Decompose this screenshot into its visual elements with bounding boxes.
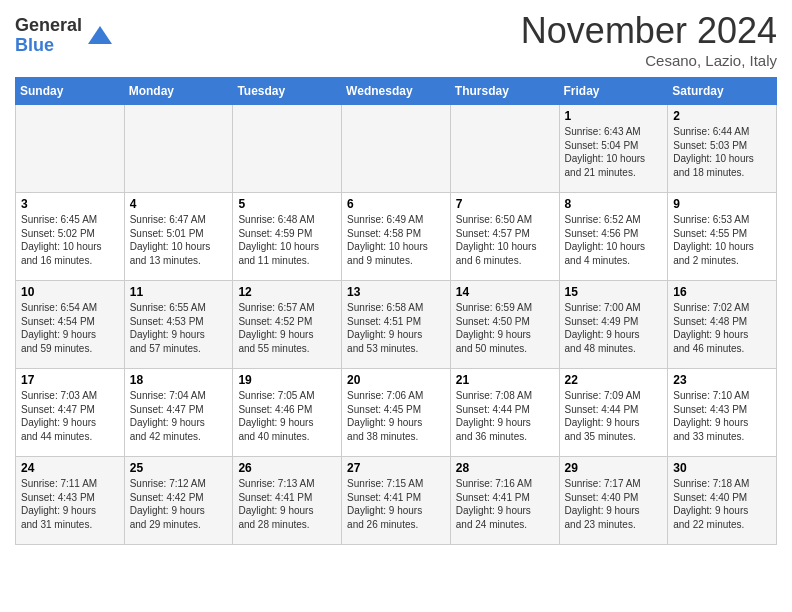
calendar-cell: 15Sunrise: 7:00 AM Sunset: 4:49 PM Dayli… xyxy=(559,281,668,369)
calendar-cell: 4Sunrise: 6:47 AM Sunset: 5:01 PM Daylig… xyxy=(124,193,233,281)
day-info: Sunrise: 7:05 AM Sunset: 4:46 PM Dayligh… xyxy=(238,389,336,443)
day-info: Sunrise: 7:06 AM Sunset: 4:45 PM Dayligh… xyxy=(347,389,445,443)
calendar-cell: 27Sunrise: 7:15 AM Sunset: 4:41 PM Dayli… xyxy=(342,457,451,545)
calendar-cell: 19Sunrise: 7:05 AM Sunset: 4:46 PM Dayli… xyxy=(233,369,342,457)
day-info: Sunrise: 6:43 AM Sunset: 5:04 PM Dayligh… xyxy=(565,125,663,179)
calendar-cell: 10Sunrise: 6:54 AM Sunset: 4:54 PM Dayli… xyxy=(16,281,125,369)
day-info: Sunrise: 6:52 AM Sunset: 4:56 PM Dayligh… xyxy=(565,213,663,267)
day-info: Sunrise: 7:00 AM Sunset: 4:49 PM Dayligh… xyxy=(565,301,663,355)
day-info: Sunrise: 6:48 AM Sunset: 4:59 PM Dayligh… xyxy=(238,213,336,267)
page-header: General Blue November 2024 Cesano, Lazio… xyxy=(15,10,777,69)
calendar-cell xyxy=(450,105,559,193)
day-info: Sunrise: 7:17 AM Sunset: 4:40 PM Dayligh… xyxy=(565,477,663,531)
calendar-cell: 18Sunrise: 7:04 AM Sunset: 4:47 PM Dayli… xyxy=(124,369,233,457)
calendar-cell: 30Sunrise: 7:18 AM Sunset: 4:40 PM Dayli… xyxy=(668,457,777,545)
calendar-cell: 22Sunrise: 7:09 AM Sunset: 4:44 PM Dayli… xyxy=(559,369,668,457)
day-info: Sunrise: 6:54 AM Sunset: 4:54 PM Dayligh… xyxy=(21,301,119,355)
logo-text: General Blue xyxy=(15,16,82,56)
day-number: 6 xyxy=(347,197,445,211)
calendar-cell: 23Sunrise: 7:10 AM Sunset: 4:43 PM Dayli… xyxy=(668,369,777,457)
day-number: 2 xyxy=(673,109,771,123)
calendar-cell: 12Sunrise: 6:57 AM Sunset: 4:52 PM Dayli… xyxy=(233,281,342,369)
day-info: Sunrise: 6:44 AM Sunset: 5:03 PM Dayligh… xyxy=(673,125,771,179)
calendar-cell: 17Sunrise: 7:03 AM Sunset: 4:47 PM Dayli… xyxy=(16,369,125,457)
day-number: 18 xyxy=(130,373,228,387)
day-number: 12 xyxy=(238,285,336,299)
header-day-friday: Friday xyxy=(559,78,668,105)
calendar-cell xyxy=(342,105,451,193)
day-number: 13 xyxy=(347,285,445,299)
day-number: 23 xyxy=(673,373,771,387)
day-info: Sunrise: 6:53 AM Sunset: 4:55 PM Dayligh… xyxy=(673,213,771,267)
calendar-cell: 6Sunrise: 6:49 AM Sunset: 4:58 PM Daylig… xyxy=(342,193,451,281)
day-info: Sunrise: 6:45 AM Sunset: 5:02 PM Dayligh… xyxy=(21,213,119,267)
calendar-cell: 21Sunrise: 7:08 AM Sunset: 4:44 PM Dayli… xyxy=(450,369,559,457)
week-row-1: 1Sunrise: 6:43 AM Sunset: 5:04 PM Daylig… xyxy=(16,105,777,193)
day-number: 24 xyxy=(21,461,119,475)
logo-general: General xyxy=(15,16,82,36)
day-info: Sunrise: 7:04 AM Sunset: 4:47 PM Dayligh… xyxy=(130,389,228,443)
header-day-thursday: Thursday xyxy=(450,78,559,105)
location: Cesano, Lazio, Italy xyxy=(521,52,777,69)
day-info: Sunrise: 6:50 AM Sunset: 4:57 PM Dayligh… xyxy=(456,213,554,267)
day-number: 11 xyxy=(130,285,228,299)
title-area: November 2024 Cesano, Lazio, Italy xyxy=(521,10,777,69)
calendar-cell: 14Sunrise: 6:59 AM Sunset: 4:50 PM Dayli… xyxy=(450,281,559,369)
calendar-cell: 8Sunrise: 6:52 AM Sunset: 4:56 PM Daylig… xyxy=(559,193,668,281)
week-row-3: 10Sunrise: 6:54 AM Sunset: 4:54 PM Dayli… xyxy=(16,281,777,369)
header-day-tuesday: Tuesday xyxy=(233,78,342,105)
day-info: Sunrise: 7:03 AM Sunset: 4:47 PM Dayligh… xyxy=(21,389,119,443)
header-day-saturday: Saturday xyxy=(668,78,777,105)
day-number: 28 xyxy=(456,461,554,475)
day-number: 21 xyxy=(456,373,554,387)
header-day-wednesday: Wednesday xyxy=(342,78,451,105)
day-number: 17 xyxy=(21,373,119,387)
calendar-cell: 9Sunrise: 6:53 AM Sunset: 4:55 PM Daylig… xyxy=(668,193,777,281)
day-number: 7 xyxy=(456,197,554,211)
calendar-cell xyxy=(16,105,125,193)
day-info: Sunrise: 7:11 AM Sunset: 4:43 PM Dayligh… xyxy=(21,477,119,531)
day-info: Sunrise: 6:49 AM Sunset: 4:58 PM Dayligh… xyxy=(347,213,445,267)
month-title: November 2024 xyxy=(521,10,777,52)
calendar-cell: 13Sunrise: 6:58 AM Sunset: 4:51 PM Dayli… xyxy=(342,281,451,369)
day-number: 3 xyxy=(21,197,119,211)
week-row-4: 17Sunrise: 7:03 AM Sunset: 4:47 PM Dayli… xyxy=(16,369,777,457)
calendar-cell: 25Sunrise: 7:12 AM Sunset: 4:42 PM Dayli… xyxy=(124,457,233,545)
calendar-cell: 2Sunrise: 6:44 AM Sunset: 5:03 PM Daylig… xyxy=(668,105,777,193)
day-info: Sunrise: 7:12 AM Sunset: 4:42 PM Dayligh… xyxy=(130,477,228,531)
day-info: Sunrise: 7:10 AM Sunset: 4:43 PM Dayligh… xyxy=(673,389,771,443)
week-row-2: 3Sunrise: 6:45 AM Sunset: 5:02 PM Daylig… xyxy=(16,193,777,281)
day-info: Sunrise: 7:13 AM Sunset: 4:41 PM Dayligh… xyxy=(238,477,336,531)
day-info: Sunrise: 7:09 AM Sunset: 4:44 PM Dayligh… xyxy=(565,389,663,443)
day-number: 9 xyxy=(673,197,771,211)
calendar-cell: 28Sunrise: 7:16 AM Sunset: 4:41 PM Dayli… xyxy=(450,457,559,545)
day-number: 30 xyxy=(673,461,771,475)
logo: General Blue xyxy=(15,16,114,56)
logo-icon xyxy=(86,22,114,50)
day-number: 10 xyxy=(21,285,119,299)
svg-marker-0 xyxy=(88,26,112,44)
day-info: Sunrise: 7:15 AM Sunset: 4:41 PM Dayligh… xyxy=(347,477,445,531)
day-info: Sunrise: 7:02 AM Sunset: 4:48 PM Dayligh… xyxy=(673,301,771,355)
calendar-cell: 16Sunrise: 7:02 AM Sunset: 4:48 PM Dayli… xyxy=(668,281,777,369)
day-info: Sunrise: 7:08 AM Sunset: 4:44 PM Dayligh… xyxy=(456,389,554,443)
day-info: Sunrise: 6:55 AM Sunset: 4:53 PM Dayligh… xyxy=(130,301,228,355)
calendar-cell: 24Sunrise: 7:11 AM Sunset: 4:43 PM Dayli… xyxy=(16,457,125,545)
day-number: 20 xyxy=(347,373,445,387)
calendar-cell: 26Sunrise: 7:13 AM Sunset: 4:41 PM Dayli… xyxy=(233,457,342,545)
day-number: 26 xyxy=(238,461,336,475)
day-info: Sunrise: 7:16 AM Sunset: 4:41 PM Dayligh… xyxy=(456,477,554,531)
day-number: 15 xyxy=(565,285,663,299)
day-number: 1 xyxy=(565,109,663,123)
logo-blue: Blue xyxy=(15,36,82,56)
day-number: 5 xyxy=(238,197,336,211)
day-info: Sunrise: 6:57 AM Sunset: 4:52 PM Dayligh… xyxy=(238,301,336,355)
day-info: Sunrise: 6:59 AM Sunset: 4:50 PM Dayligh… xyxy=(456,301,554,355)
day-number: 29 xyxy=(565,461,663,475)
day-number: 14 xyxy=(456,285,554,299)
calendar-table: SundayMondayTuesdayWednesdayThursdayFrid… xyxy=(15,77,777,545)
header-day-sunday: Sunday xyxy=(16,78,125,105)
day-number: 8 xyxy=(565,197,663,211)
calendar-cell: 7Sunrise: 6:50 AM Sunset: 4:57 PM Daylig… xyxy=(450,193,559,281)
day-info: Sunrise: 6:58 AM Sunset: 4:51 PM Dayligh… xyxy=(347,301,445,355)
